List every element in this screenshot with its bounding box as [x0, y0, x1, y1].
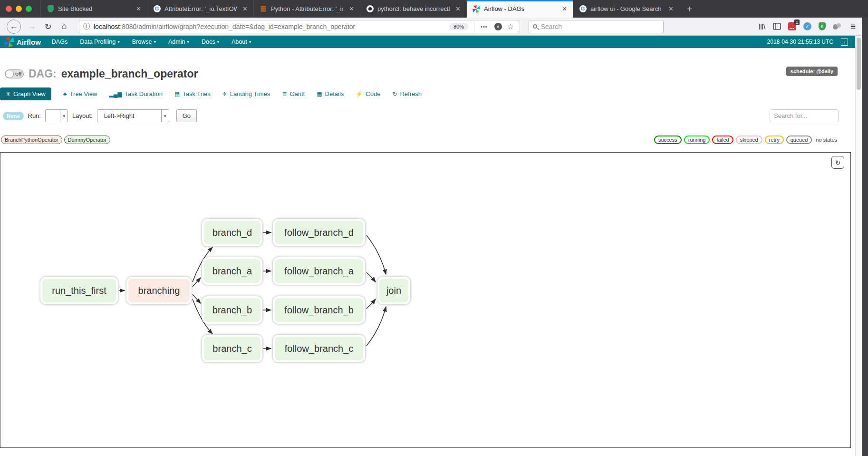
sidebar-toggle-icon[interactable] — [773, 23, 781, 30]
graph-refresh-button[interactable]: ↻ — [831, 156, 844, 169]
tab-close-icon[interactable]: ✕ — [241, 4, 250, 13]
run-select[interactable]: ▾ — [45, 109, 68, 122]
tab-title: AttributeError: '_io.TextIOWrapp — [164, 5, 237, 12]
dag-pause-toggle[interactable]: Off — [5, 69, 24, 78]
task-node-follow-branch-b[interactable]: follow_branch_b — [273, 296, 365, 324]
divider — [474, 22, 474, 31]
tab-refresh[interactable]: ↻Refresh — [392, 90, 422, 97]
url-text[interactable]: localhost:8080/admin/airflow/graph?execu… — [94, 23, 446, 30]
blue-extension-icon[interactable]: ✓ — [803, 22, 811, 30]
layout-select[interactable]: Left->Right ▾ — [97, 109, 169, 122]
logout-icon[interactable]: → — [841, 39, 848, 46]
tab-close-icon[interactable]: ✕ — [347, 4, 356, 13]
forward-button[interactable]: → — [24, 19, 40, 34]
dag-view-tabs: ✳Graph View ♣Tree View ▂▄▆Task Duration … — [0, 87, 422, 100]
layout-label: Layout: — [72, 112, 93, 119]
task-node-branch-d[interactable]: branch_d — [202, 219, 262, 246]
nav-item-about[interactable]: About▾ — [225, 36, 257, 48]
library-icon[interactable] — [758, 23, 766, 30]
ghostery-shield-icon[interactable]: £ — [819, 22, 826, 30]
tab-code[interactable]: ⚡Code — [356, 90, 380, 97]
url-path: :8080/admin/airflow/graph?execution_date… — [120, 23, 355, 30]
tab-close-icon[interactable]: ✕ — [134, 4, 143, 13]
nav-item-data-profiling[interactable]: Data Profiling▾ — [74, 36, 126, 48]
page-scrollbar[interactable] — [855, 36, 862, 456]
nav-item-browse[interactable]: Browse▾ — [126, 36, 162, 48]
brand-label: Airflow — [17, 38, 41, 46]
nav-item-dags[interactable]: DAGs — [46, 36, 74, 48]
legend-branchpythonoperator: BranchPythonOperator — [1, 136, 62, 144]
scrollbar-thumb[interactable] — [857, 38, 861, 90]
task-node-branching[interactable]: branching — [126, 277, 192, 304]
extension-badge: 1 — [794, 19, 800, 25]
tab-attributeerror-search[interactable]: G AttributeError: '_io.TextIOWrapp ✕ — [147, 0, 253, 18]
tab-task-duration[interactable]: ▂▄▆Task Duration — [109, 90, 162, 97]
url-host: localhost — [94, 23, 120, 30]
list-icon: ▦ — [317, 91, 322, 97]
tab-title: Python - AttributeError: '_io.Tex — [271, 5, 343, 12]
tab-close-icon[interactable]: ✕ — [666, 4, 675, 13]
caret-down-icon: ▾ — [161, 110, 169, 122]
minimize-window-button[interactable] — [16, 6, 22, 12]
reload-button[interactable]: ↻ — [40, 19, 56, 34]
adblock-extension-icon[interactable]: ••• 1 — [788, 22, 796, 30]
tab-graph-view[interactable]: ✳Graph View — [0, 87, 51, 100]
status-legend: success running failed skipped retry que… — [654, 136, 839, 144]
tab-details[interactable]: ▦Details — [317, 90, 344, 97]
tree-icon: ♣ — [63, 91, 67, 97]
go-button[interactable]: Go — [176, 109, 197, 122]
tab-python-attributeerror[interactable]: ☰ Python - AttributeError: '_io.Tex ✕ — [253, 0, 360, 18]
pocket-icon[interactable]: ∨ — [494, 23, 502, 30]
task-node-run-this-first[interactable]: run_this_first — [40, 277, 118, 304]
task-search-input[interactable] — [774, 112, 834, 119]
align-left-icon: ≣ — [282, 91, 287, 97]
browser-search-input[interactable] — [541, 23, 659, 30]
zoom-level-badge[interactable]: 80% — [449, 23, 468, 30]
task-node-join[interactable]: join — [377, 277, 410, 304]
page-actions-icon[interactable]: ••• — [481, 24, 488, 29]
tab-airflow-ui-search[interactable]: G airflow ui - Google Search ✕ — [573, 0, 679, 18]
menu-hamburger-icon[interactable]: ≡ — [850, 21, 856, 32]
task-node-follow-branch-d[interactable]: follow_branch_d — [273, 219, 365, 246]
site-info-icon[interactable]: ⓘ — [83, 22, 90, 31]
tab-tree-view[interactable]: ♣Tree View — [63, 90, 97, 97]
shield-favicon-icon — [47, 5, 54, 13]
tab-task-tries[interactable]: ▤Task Tries — [174, 90, 211, 97]
tab-airflow-dags-active[interactable]: Airflow - DAGs ✕ — [466, 0, 573, 18]
caret-down-icon: ▾ — [154, 39, 156, 44]
tab-landing-times[interactable]: ✈Landing Times — [222, 90, 270, 97]
toggle-knob — [5, 70, 14, 78]
fullscreen-window-button[interactable] — [26, 6, 32, 12]
tab-python3-behave[interactable]: python3: behave incorrectly mo ✕ — [360, 0, 466, 18]
back-button[interactable]: ← — [7, 19, 21, 34]
tab-close-icon[interactable]: ✕ — [453, 4, 463, 13]
task-node-follow-branch-a[interactable]: follow_branch_a — [273, 257, 365, 285]
task-node-follow-branch-c[interactable]: follow_branch_c — [273, 335, 365, 362]
bookmark-star-icon[interactable]: ☆ — [507, 22, 514, 31]
tab-gantt[interactable]: ≣Gantt — [282, 90, 305, 97]
new-tab-button[interactable]: + — [679, 0, 700, 18]
url-bar[interactable]: ⓘ localhost:8080/admin/airflow/graph?exe… — [79, 20, 520, 33]
refresh-icon: ↻ — [392, 91, 397, 97]
plane-icon: ✈ — [222, 91, 227, 97]
nav-item-admin[interactable]: Admin▾ — [162, 36, 195, 48]
airflow-brand[interactable]: Airflow — [0, 37, 46, 47]
task-node-branch-a[interactable]: branch_a — [202, 257, 262, 285]
graph-controls: None Run: ▾ Layout: Left->Right ▾ Go — [3, 109, 197, 122]
tab-close-icon[interactable]: ✕ — [560, 4, 569, 13]
search-icon — [533, 24, 537, 29]
containers-spheres-icon[interactable] — [833, 23, 841, 30]
dag-graph-canvas[interactable]: run_this_first branching branch_d follow… — [0, 152, 851, 448]
tab-site-blocked[interactable]: Site Blocked ✕ — [40, 0, 147, 18]
task-node-branch-b[interactable]: branch_b — [202, 296, 262, 324]
page-title: example_branch_operator — [61, 68, 198, 80]
browser-search-box[interactable] — [529, 20, 664, 33]
operator-legend: BranchPythonOperator DummyOperator — [1, 136, 110, 144]
caret-down-icon: ▾ — [217, 39, 219, 44]
nav-item-docs[interactable]: Docs▾ — [195, 36, 225, 48]
close-window-button[interactable] — [6, 6, 12, 12]
task-search-box[interactable] — [770, 109, 839, 122]
bar-chart-icon: ▂▄▆ — [109, 91, 122, 97]
task-node-branch-c[interactable]: branch_c — [202, 335, 262, 362]
home-button[interactable]: ⌂ — [56, 19, 72, 34]
